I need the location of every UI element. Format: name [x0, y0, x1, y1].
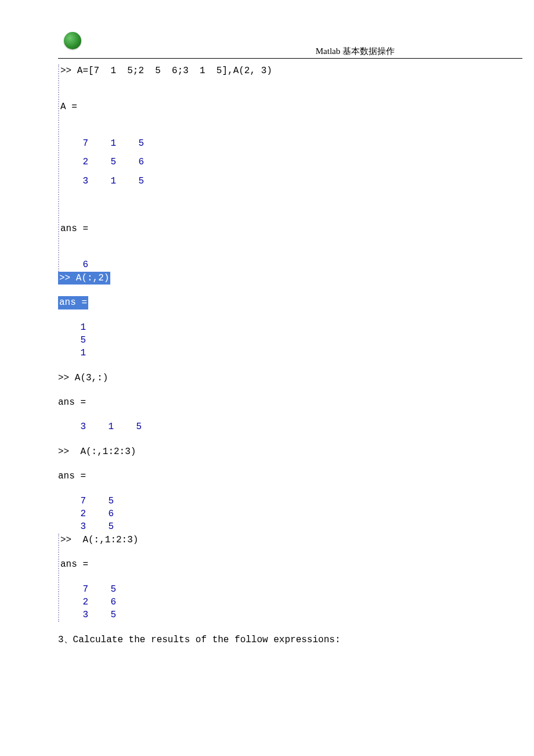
matrix-row: 26 — [58, 507, 522, 520]
cmd-line: >> A=[7 1 5;2 5 6;3 1 5],A(2, 3) — [60, 64, 522, 77]
matrix-row: 715 — [60, 137, 522, 150]
ans-label: ans = — [58, 470, 522, 483]
matrix-row: 315 — [60, 175, 522, 188]
col-val: 1 — [58, 347, 522, 359]
ans-label: ans = — [60, 558, 522, 571]
section-3-heading: 3、Calculate the results of the follow ex… — [58, 633, 522, 646]
cmd-line: >> A(:,1:2:3) — [60, 534, 522, 546]
page-title: Matlab 基本数据操作 — [316, 46, 395, 57]
ans-label-highlight: ans = — [58, 296, 522, 309]
document-body: >> A=[7 1 5;2 5 6;3 1 5],A(2, 3) A = 715… — [58, 64, 522, 646]
row-vec: 315 — [58, 420, 522, 433]
code-block-3: >> A(3,:) ans = 315 — [58, 372, 522, 434]
var-label-A: A = — [60, 100, 522, 113]
cmd-line-highlight: >> A(:,2) — [58, 272, 522, 285]
matrix-row: 35 — [60, 609, 522, 621]
matrix-row: 35 — [58, 520, 522, 533]
code-block-4: >> A(:,1:2:3) ans = 75 26 35 — [58, 445, 522, 534]
ans-label: ans = — [60, 222, 522, 235]
col-val: 1 — [58, 321, 522, 334]
matrix-row: 26 — [60, 596, 522, 609]
logo-icon — [64, 32, 81, 49]
ans-label: ans = — [58, 396, 522, 409]
code-block-1: >> A=[7 1 5;2 5 6;3 1 5],A(2, 3) A = 715… — [58, 64, 522, 272]
page-header: Matlab 基本数据操作 — [58, 35, 522, 59]
matrix-row: 75 — [58, 495, 522, 507]
cmd-line: >> A(:,1:2:3) — [58, 445, 522, 458]
matrix-row: 256 — [60, 156, 522, 168]
matrix-row: 75 — [60, 583, 522, 596]
col-val: 5 — [58, 334, 522, 347]
code-block-5: >> A(:,1:2:3) ans = 75 26 35 — [58, 534, 522, 622]
ans-value: 6 — [60, 258, 522, 271]
cmd-line: >> A(3,:) — [58, 372, 522, 384]
code-block-2: >> A(:,2) ans = 1 5 1 — [58, 272, 522, 360]
